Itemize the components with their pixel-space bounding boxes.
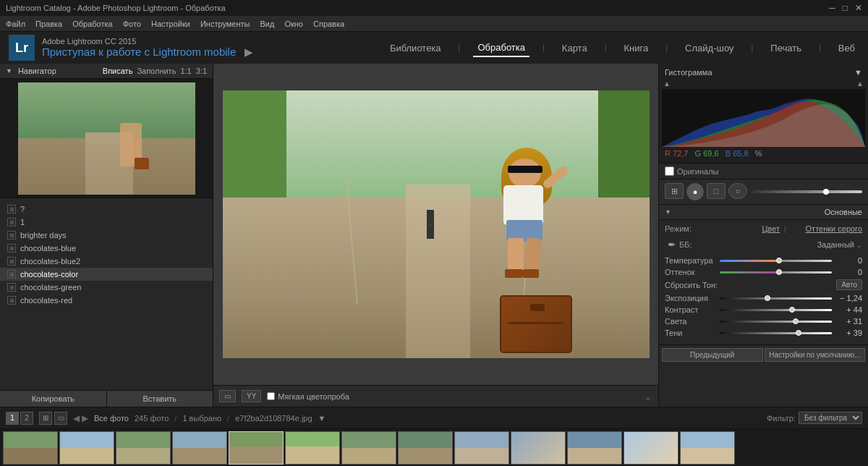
shadows-thumb[interactable] <box>796 330 801 336</box>
nav-library[interactable]: Библиотека <box>386 40 446 56</box>
zoom-fit[interactable]: Вписать <box>103 67 133 75</box>
image-settings-button[interactable]: ⌄ <box>644 391 652 402</box>
paste-button[interactable]: Вставить <box>107 391 213 407</box>
exposure-slider[interactable] <box>720 297 832 300</box>
menu-item-настройки[interactable]: Настройки <box>151 20 190 28</box>
menu-item-вид[interactable]: Вид <box>260 20 275 28</box>
temperature-slider[interactable] <box>720 260 832 262</box>
mobile-arrow[interactable]: ▶ <box>244 46 253 58</box>
film-thumb-active[interactable] <box>229 431 284 465</box>
contrast-slider[interactable] <box>720 309 832 311</box>
minimize-button[interactable]: ─ <box>829 3 835 13</box>
film-thumb[interactable] <box>567 431 622 465</box>
eyedropper-button[interactable]: ✒ <box>665 237 679 252</box>
all-photos-label[interactable]: Все фото <box>94 414 129 423</box>
left-collapse-tab[interactable]: ‹ <box>427 210 434 239</box>
page-2-button[interactable]: 2 <box>20 412 33 425</box>
single-view-button[interactable]: ▭ <box>54 412 67 425</box>
preset-choc-blue2[interactable]: ⊞ chocolates-blue2 <box>0 255 213 268</box>
menu-item-инструменты[interactable]: Инструменты <box>200 20 250 28</box>
preset-item[interactable]: ⊞ ? <box>0 203 213 216</box>
film-thumb[interactable] <box>3 431 58 465</box>
temperature-thumb[interactable] <box>776 258 782 263</box>
menu-item-файл[interactable]: Файл <box>6 20 25 28</box>
circle-tool-button[interactable]: ● <box>686 183 704 200</box>
nav-develop[interactable]: Обработка <box>473 39 529 57</box>
auto-tone-button[interactable]: Авто <box>836 279 862 290</box>
crop-tool-button[interactable]: ▭ <box>219 390 236 402</box>
film-thumb[interactable] <box>454 431 509 465</box>
menu-item-справка[interactable]: Справка <box>313 20 344 28</box>
hist-shadow-warning[interactable]: ▲ <box>663 80 671 88</box>
grid-tool-button[interactable]: ⊞ <box>665 183 684 199</box>
color-label-button[interactable]: YY <box>242 390 261 402</box>
zoom-fill[interactable]: Заполнить <box>137 67 176 75</box>
film-thumb[interactable] <box>116 431 171 465</box>
mode-color-value[interactable]: Цвет <box>708 224 780 233</box>
maximize-button[interactable]: □ <box>843 3 848 13</box>
menu-item-фото[interactable]: Фото <box>123 20 141 28</box>
soft-proof-checkbox[interactable] <box>267 392 275 400</box>
nav-book[interactable]: Книга <box>620 40 653 56</box>
copy-button[interactable]: Копировать <box>0 391 107 407</box>
menu-item-окно[interactable]: Окно <box>284 20 303 28</box>
square-tool-button[interactable]: □ <box>707 183 726 199</box>
tool-slider-thumb[interactable] <box>823 189 829 195</box>
hist-highlight-warning[interactable]: ▲ <box>856 80 864 88</box>
close-button[interactable]: ✕ <box>855 3 862 13</box>
tint-row: Оттенок 0 <box>665 268 862 276</box>
preset-brighter-days[interactable]: ⊞ brighter days <box>0 229 213 242</box>
menu-item-правка[interactable]: Правка <box>35 20 62 28</box>
film-thumb[interactable] <box>680 431 735 465</box>
lights-slider[interactable] <box>720 321 832 323</box>
preset-choc-green[interactable]: ⊞ chocolates-green <box>0 281 213 294</box>
filter-select[interactable]: Без фильтра <box>799 412 862 424</box>
film-thumb[interactable] <box>511 431 566 465</box>
previous-button[interactable]: Предыдущий <box>662 348 763 362</box>
tint-slider[interactable] <box>720 271 832 274</box>
tint-thumb[interactable] <box>776 269 782 275</box>
nav-slideshow[interactable]: Слайд-шоу <box>681 40 738 56</box>
lr-subtitle: Приступая к работе с Lightroom mobile ▶ <box>42 46 386 59</box>
round-tool-button[interactable]: ○ <box>728 183 747 199</box>
nav-web[interactable]: Веб <box>834 40 859 56</box>
bb-chevron[interactable]: ⌄ <box>856 242 862 249</box>
g-value: G 69,6 <box>695 149 719 158</box>
mode-gray-value[interactable]: Оттенки серого <box>791 224 862 233</box>
section-triangle[interactable]: ▼ <box>665 208 671 216</box>
main-area: ▼ Навигатор Вписать Заполнить 1:1 3:1 <box>0 64 868 407</box>
film-thumb[interactable] <box>172 431 227 465</box>
next-arrow[interactable]: ▶ <box>82 413 88 423</box>
default-settings-button[interactable]: Настройки по умолчанию... <box>765 348 866 362</box>
contrast-thumb[interactable] <box>789 307 795 313</box>
preset-icon: ⊞ <box>7 283 16 292</box>
tool-slider[interactable] <box>752 190 862 193</box>
nav-print[interactable]: Печать <box>766 40 806 56</box>
originals-checkbox[interactable] <box>665 166 674 176</box>
histogram-label: Гистограмма <box>665 68 712 77</box>
lightroom-mobile-link[interactable]: Lightroom mobile <box>153 46 236 58</box>
page-1-button[interactable]: 1 <box>6 412 19 425</box>
exposure-thumb[interactable] <box>765 295 770 301</box>
preset-item[interactable]: ⊞ 1 <box>0 216 213 229</box>
film-thumb[interactable] <box>624 431 678 465</box>
prev-arrow[interactable]: ◀ <box>73 413 80 423</box>
zoom-1-1[interactable]: 1:1 <box>180 67 191 75</box>
shadows-slider[interactable] <box>720 332 832 334</box>
nav-map[interactable]: Карта <box>558 40 592 56</box>
film-thumb[interactable] <box>285 431 340 465</box>
filename-arrow[interactable]: ▼ <box>318 414 326 423</box>
film-thumb[interactable] <box>398 431 453 465</box>
zoom-3-1[interactable]: 3:1 <box>196 67 207 75</box>
menu-item-обработка[interactable]: Обработка <box>72 20 112 28</box>
exposure-row: Экспозиция − 1,24 <box>665 294 862 302</box>
film-thumb[interactable] <box>59 431 114 465</box>
preset-icon: ⊞ <box>7 296 16 305</box>
preset-choc-blue[interactable]: ⊞ chocolates-blue <box>0 242 213 255</box>
lights-thumb[interactable] <box>793 318 799 324</box>
grid-view-button[interactable]: ⊞ <box>39 412 52 425</box>
preset-choc-color[interactable]: ⊞ chocolates-color <box>0 268 213 281</box>
preset-choc-red[interactable]: ⊞ chocolates-red <box>0 294 213 307</box>
navigator-triangle[interactable]: ▼ <box>6 67 12 75</box>
film-thumb[interactable] <box>341 431 396 465</box>
